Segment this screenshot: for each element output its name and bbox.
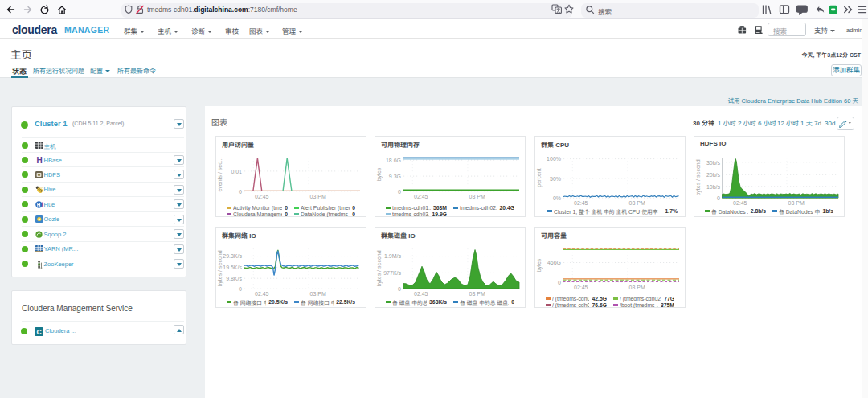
svg-text:0: 0 [398, 189, 401, 195]
svg-text:bytes / second: bytes / second [695, 159, 702, 195]
svg-text:20b/s: 20b/s [706, 172, 721, 178]
svg-text:percent: percent [536, 168, 542, 187]
svg-text:18.6G: 18.6G [386, 158, 401, 163]
svg-text:29.3K/s: 29.3K/s [223, 253, 242, 259]
svg-text:9.3G: 9.3G [389, 174, 401, 179]
svg-text:0: 0 [558, 280, 561, 285]
svg-text:02:45: 02:45 [414, 194, 428, 199]
svg-text:977K/s: 977K/s [383, 270, 401, 276]
svg-text:0: 0 [398, 286, 401, 292]
svg-text:bytes: bytes [536, 258, 542, 272]
svg-text:0: 0 [717, 195, 720, 201]
svg-text:03 PM: 03 PM [788, 200, 805, 206]
svg-text:03 PM: 03 PM [310, 194, 326, 199]
svg-text:19.5K/s: 19.5K/s [223, 265, 242, 270]
svg-text:03 PM: 03 PM [469, 291, 485, 297]
svg-text:H: H [36, 157, 42, 164]
svg-text:03 PM: 03 PM [469, 194, 485, 199]
svg-text:50%: 50% [550, 176, 561, 182]
svg-text:02:45: 02:45 [574, 200, 588, 206]
svg-text:bytes / second: bytes / second [217, 250, 223, 286]
svg-text:30b/s: 30b/s [706, 160, 721, 166]
svg-text:bytes: bytes [376, 167, 383, 181]
svg-text:events / sec...: events / sec... [217, 157, 223, 191]
svg-text:0.01: 0.01 [231, 169, 242, 174]
svg-text:0: 0 [239, 189, 242, 195]
svg-text:02:45: 02:45 [733, 200, 747, 206]
svg-text:03 PM: 03 PM [629, 285, 645, 290]
svg-text:02:45: 02:45 [255, 291, 269, 297]
svg-text:1.9M/s: 1.9M/s [384, 253, 402, 259]
svg-text:466G: 466G [547, 260, 561, 265]
svg-text:C: C [36, 328, 41, 336]
svg-text:03 PM: 03 PM [310, 291, 326, 297]
svg-text:0%: 0% [553, 195, 561, 201]
svg-text:02:45: 02:45 [414, 291, 428, 297]
svg-text:03 PM: 03 PM [629, 200, 645, 206]
svg-text:02:45: 02:45 [574, 285, 588, 290]
svg-text:bytes / second: bytes / second [376, 250, 383, 286]
svg-text:02:45: 02:45 [255, 194, 269, 199]
svg-text:100%: 100% [547, 156, 561, 162]
svg-text:0: 0 [239, 286, 242, 292]
svg-text:9.8K/s: 9.8K/s [226, 276, 242, 281]
svg-text:10b/s: 10b/s [706, 184, 721, 190]
